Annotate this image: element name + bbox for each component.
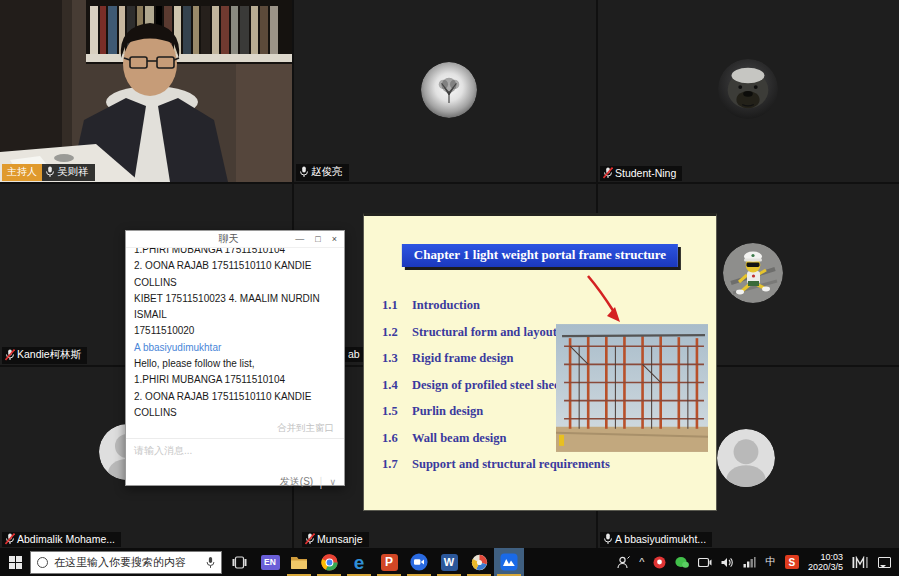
chat-sender-name: A bbasiyudimukhtar — [134, 340, 336, 356]
maximize-icon[interactable]: □ — [315, 234, 320, 244]
cartoon-emoji-avatar — [723, 243, 783, 303]
search-mic-icon[interactable] — [206, 556, 215, 569]
chat-line: 17511510020 — [134, 323, 336, 339]
taskbar-colorful-app[interactable] — [464, 548, 494, 576]
nametag-munsanje: Munsanje — [302, 532, 369, 547]
cortana-icon — [37, 557, 48, 568]
send-options-chevron-icon[interactable]: ∨ — [329, 477, 336, 487]
taskbar-chrome[interactable] — [314, 548, 344, 576]
shared-screen-slide: Chapter 1 light weight portal frame stru… — [363, 213, 717, 511]
nametag-abdimalik: Abdimalik Mohame... — [2, 532, 121, 547]
search-placeholder: 在这里输入你要搜索的内容 — [54, 555, 200, 570]
edge-icon: e — [354, 554, 365, 571]
video-tile-host[interactable]: 主持人 吴则祥 — [0, 0, 292, 182]
tray-expand-chevron-icon[interactable]: ^ — [639, 556, 644, 568]
screen-record-icon[interactable] — [698, 557, 712, 568]
language-indicator[interactable]: EN — [256, 548, 284, 576]
windows-taskbar: 在这里输入你要搜索的内容 EN — [0, 548, 899, 576]
minimize-icon[interactable]: — — [295, 234, 304, 244]
video-tile-zhaojunliang[interactable]: 赵俊亮 — [294, 0, 596, 182]
chat-line: 1.PHIRI MUBANGA 17511510104 — [134, 372, 336, 388]
chat-line: Hello, please follow the list, — [134, 356, 336, 372]
participant-name: Munsanje — [317, 533, 363, 545]
language-badge: EN — [261, 555, 280, 570]
mic-muted-icon — [603, 167, 613, 179]
action-center-icon[interactable] — [878, 557, 891, 568]
mic-on-icon — [45, 166, 55, 178]
tree-avatar — [421, 62, 477, 118]
host-badge: 主持人 — [2, 164, 42, 181]
taskbar-meeting-camera[interactable] — [404, 548, 434, 576]
clock-date: 2020/3/5 — [808, 562, 843, 572]
steel-structure-photo — [556, 324, 708, 452]
video-tile-student-ning[interactable]: Student-Ning — [598, 0, 899, 182]
chat-input-area[interactable]: 请输入消息... 发送(S) │ ∨ — [126, 438, 344, 494]
palette-app-icon — [471, 554, 488, 571]
close-icon[interactable]: × — [332, 234, 337, 244]
taskbar-edge[interactable]: e — [344, 548, 374, 576]
voov-meeting-icon — [500, 553, 518, 571]
mic-muted-icon — [5, 349, 15, 361]
taskbar-search-box[interactable]: 在这里输入你要搜索的内容 — [30, 551, 222, 574]
video-camera-icon — [410, 553, 428, 571]
task-view-button[interactable] — [222, 548, 256, 576]
bookshelf — [86, 6, 292, 62]
send-button[interactable]: 发送(S) — [280, 475, 313, 489]
chat-window[interactable]: 聊天 — □ × 1.PHIRI MUBANGA 17511510104 2. … — [125, 230, 345, 486]
participant-name: Kandie柯林斯 — [17, 348, 81, 362]
start-button[interactable] — [0, 548, 30, 576]
chat-titlebar[interactable]: 聊天 — □ × — [126, 231, 344, 248]
ime-mode-indicator[interactable]: 中 — [765, 555, 776, 569]
chat-title: 聊天 — [126, 232, 295, 246]
wechat-icon[interactable] — [675, 556, 689, 569]
task-view-icon — [232, 556, 247, 569]
chat-line: 2. OONA RAJAB 17511510110 KANDIE COLLINS — [134, 389, 336, 416]
merge-to-main-window-link[interactable]: 合并到主窗口 — [126, 422, 344, 435]
webcam-video-feed — [0, 0, 292, 182]
sogou-input-icon[interactable]: S — [785, 555, 799, 569]
handwriting-input-icon[interactable] — [852, 556, 869, 569]
slide-item: 1.7Support and structural requirements — [382, 451, 610, 478]
taskbar-clock[interactable]: 10:03 2020/3/5 — [808, 552, 843, 572]
clock-time: 10:03 — [808, 552, 843, 562]
participant-name: 吴则祥 — [57, 165, 89, 179]
nametag-student-ning: Student-Ning — [600, 166, 682, 181]
slide-title-banner: Chapter 1 light weight portal frame stru… — [402, 244, 678, 267]
participant-name: 赵俊亮 — [311, 165, 343, 179]
mic-on-icon — [603, 533, 613, 545]
participant-name: A bbasiyudimukht... — [615, 533, 706, 545]
chat-line: 2. OONA RAJAB 17511510110 KANDIE COLLINS — [134, 258, 336, 291]
nametag-zhaojunliang: 赵俊亮 — [296, 164, 349, 181]
dog-avatar — [718, 59, 778, 119]
system-tray: ^ 中 S 10:03 2020/3/5 — [617, 552, 899, 572]
chat-line: 1.PHIRI MUBANGA 17511510104 — [134, 248, 336, 258]
windows-logo-icon — [9, 556, 22, 569]
taskbar-powerpoint[interactable]: P — [374, 548, 404, 576]
default-avatar — [717, 429, 775, 487]
people-icon[interactable] — [617, 556, 630, 569]
chat-line: KIBET 17511510023 4. MAALIM NURDIN ISMAI… — [134, 291, 336, 324]
nametag-kandie: Kandie柯林斯 — [2, 347, 87, 364]
file-explorer-icon — [290, 555, 308, 570]
powerpoint-icon: P — [381, 554, 398, 571]
red-arrow-annotation — [582, 272, 626, 326]
chat-input-placeholder: 请输入消息... — [126, 439, 344, 463]
taskbar-file-explorer[interactable] — [284, 548, 314, 576]
mic-muted-icon — [5, 533, 15, 545]
taskbar-word[interactable]: W — [434, 548, 464, 576]
mic-on-icon — [299, 166, 309, 178]
participant-name: Abdimalik Mohame... — [17, 533, 115, 545]
network-signal-icon[interactable] — [743, 557, 756, 568]
nametag-host: 主持人 吴则祥 — [2, 164, 95, 181]
volume-icon[interactable] — [721, 557, 734, 568]
meeting-app-screen: 主持人 吴则祥 赵俊亮 — [0, 0, 899, 576]
nametag-abbasiyudi: A bbasiyudimukht... — [600, 532, 712, 547]
chat-message-list[interactable]: 1.PHIRI MUBANGA 17511510104 2. OONA RAJA… — [126, 248, 344, 416]
chrome-icon — [321, 554, 338, 571]
word-icon: W — [441, 554, 458, 571]
participant-name: Student-Ning — [615, 167, 676, 179]
nametag-partial: ab — [344, 347, 364, 362]
tim-icon[interactable] — [653, 556, 666, 569]
slide-item: 1.1Introduction — [382, 292, 610, 319]
taskbar-voov-meeting-active[interactable] — [494, 548, 524, 576]
